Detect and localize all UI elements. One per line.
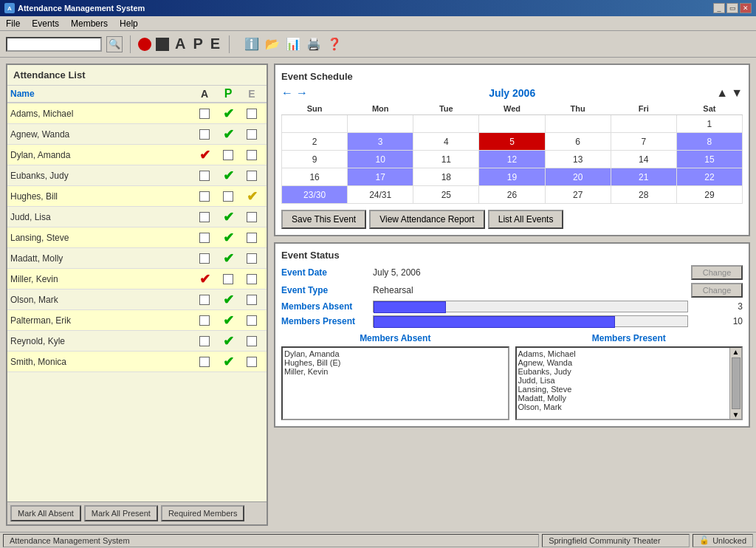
excused-checkbox[interactable] [247,336,257,346]
excused-checkbox[interactable] [247,295,257,305]
excused-check[interactable] [240,149,264,160]
excused-check[interactable]: ✔ [240,188,264,205]
save-event-button[interactable]: Save This Event [281,210,366,229]
cal-day-cell[interactable]: 14 [611,151,676,168]
cal-day-cell[interactable]: 8 [676,133,742,151]
excused-check[interactable] [240,294,264,305]
excused-check[interactable] [240,356,264,367]
event-type-change-button[interactable]: Change [691,283,743,298]
cal-day-cell[interactable]: 16 [282,168,348,186]
cal-day-cell[interactable]: 10 [348,151,413,168]
calculator-icon[interactable]: 📊 [284,35,302,53]
excused-checkbox[interactable] [247,212,257,222]
cal-day-cell[interactable]: 2 [282,133,348,151]
present-check[interactable] [216,149,240,160]
excused-checkbox[interactable] [247,233,257,243]
cal-day-cell[interactable]: 21 [611,168,676,186]
mark-all-present-button[interactable]: Mark All Present [84,505,158,521]
absent-check[interactable] [193,108,216,119]
absent-checkbox[interactable] [199,191,210,202]
cal-day-cell[interactable]: 25 [413,186,479,204]
absent-check[interactable] [193,129,216,140]
present-check[interactable] [216,273,240,284]
present-check[interactable]: ✔ [216,168,240,184]
scroll-up-icon[interactable]: ▲ [732,348,740,356]
absent-checkbox[interactable] [199,129,210,140]
mark-all-absent-button[interactable]: Mark All Absent [10,505,81,521]
toolbar-letter-e[interactable]: E [210,35,220,52]
search-input[interactable] [6,37,102,52]
cal-day-cell[interactable]: 29 [676,186,742,204]
absent-checkbox[interactable] [199,109,210,119]
menu-help[interactable]: Help [117,18,141,30]
present-check[interactable]: ✔ [216,209,240,225]
cal-day-cell[interactable]: 5 [479,133,545,151]
menu-file[interactable]: File [3,18,23,30]
minimize-button[interactable]: _ [713,3,725,13]
present-checkbox[interactable] [223,274,233,284]
present-members-list[interactable]: Adams, MichaelAgnew, WandaEubanks, JudyJ… [515,346,743,420]
cal-down-arrow[interactable]: ▼ [731,86,743,100]
absent-members-list[interactable]: Dylan, AmandaHughes, Bill (E)Miller, Kev… [281,346,509,420]
excused-check[interactable] [240,335,264,346]
excused-checkbox[interactable] [247,357,257,367]
absent-check[interactable] [193,170,216,181]
present-check[interactable]: ✔ [216,230,240,246]
present-check[interactable]: ✔ [216,354,240,370]
absent-check[interactable]: ✔ [193,271,216,287]
cal-day-cell[interactable]: 22 [676,168,742,186]
absent-checkbox[interactable] [199,212,210,222]
excused-check[interactable] [240,232,264,243]
absent-checkbox[interactable] [199,295,210,305]
excused-checkbox[interactable] [247,274,257,284]
search-button[interactable]: 🔍 [106,36,123,52]
restore-button[interactable]: ▭ [726,3,738,13]
cal-day-cell[interactable]: 27 [545,186,611,204]
absent-check[interactable]: ✔ [193,147,216,163]
present-check[interactable] [216,191,240,202]
help-icon[interactable]: ❓ [326,35,343,53]
excused-checkbox[interactable] [247,129,257,140]
excused-check[interactable] [240,253,264,264]
present-check[interactable]: ✔ [216,106,240,122]
cal-day-cell[interactable]: 3 [348,133,413,151]
present-check[interactable]: ✔ [216,292,240,308]
excused-check[interactable] [240,170,264,181]
absent-check[interactable] [193,232,216,243]
scroll-down-icon[interactable]: ▼ [732,411,740,419]
absent-checkbox[interactable] [199,253,210,264]
excused-checkbox[interactable] [247,315,257,326]
cal-day-cell[interactable]: 6 [545,133,611,151]
cal-day-cell[interactable]: 9 [282,151,348,168]
cal-prev-button[interactable]: ← [281,86,293,100]
menu-events[interactable]: Events [29,18,62,30]
excused-check[interactable] [240,211,264,222]
folder-icon[interactable]: 📂 [264,35,281,53]
cal-day-cell[interactable]: 17 [348,168,413,186]
excused-checkbox[interactable] [247,253,257,264]
cal-day-cell[interactable]: 18 [413,168,479,186]
cal-day-cell[interactable]: 4 [413,133,479,151]
absent-checkbox[interactable] [199,233,210,243]
menu-members[interactable]: Members [68,18,111,30]
view-report-button[interactable]: View Attendance Report [369,210,485,229]
cal-next-button[interactable]: → [296,86,308,100]
cal-day-cell[interactable]: 12 [479,151,545,168]
cal-day-cell[interactable]: 7 [611,133,676,151]
excused-checkbox[interactable] [247,150,257,160]
absent-check[interactable] [193,315,216,326]
absent-checkbox[interactable] [199,315,210,326]
excused-checkbox[interactable] [247,109,257,119]
excused-check[interactable] [240,315,264,326]
cal-day-cell[interactable]: 1 [676,115,742,133]
cal-day-cell[interactable]: 20 [545,168,611,186]
absent-checkbox[interactable] [199,336,210,346]
present-checkbox[interactable] [223,150,233,160]
present-checkbox[interactable] [223,191,233,202]
present-check[interactable]: ✔ [216,126,240,143]
info-icon[interactable]: ℹ️ [243,35,261,53]
present-check[interactable]: ✔ [216,250,240,267]
cal-day-cell[interactable]: 15 [676,151,742,168]
cal-day-cell[interactable]: 23/30 [282,186,348,204]
cal-day-cell[interactable]: 13 [545,151,611,168]
